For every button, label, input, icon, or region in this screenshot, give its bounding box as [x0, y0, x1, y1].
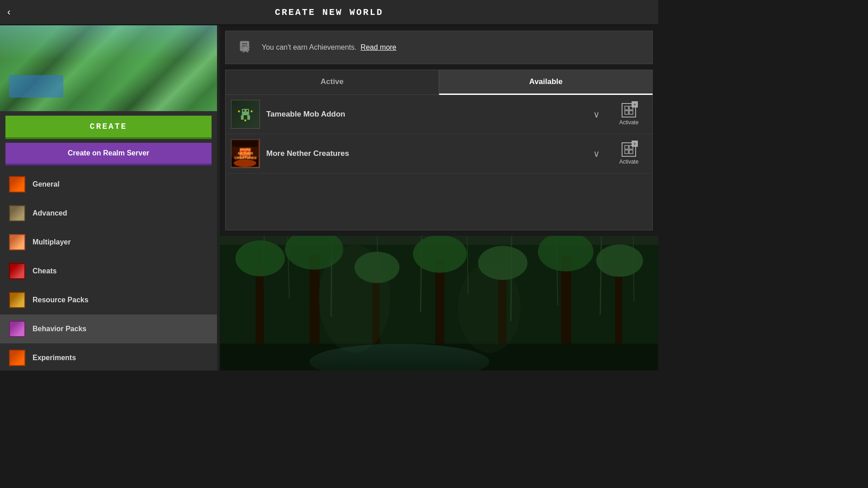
back-button[interactable]: ‹ — [7, 6, 10, 18]
sidebar-item-label: General — [33, 180, 60, 188]
svg-rect-1 — [242, 43, 247, 44]
svg-rect-8 — [246, 110, 248, 112]
world-preview — [0, 25, 217, 111]
activate-icon-tameable — [622, 103, 636, 117]
sidebar-item-label: Cheats — [33, 267, 57, 275]
sidebar-item-advanced[interactable]: Advanced — [0, 199, 217, 228]
page-title: CREATE NEW WORLD — [275, 7, 383, 18]
svg-rect-28 — [629, 150, 633, 154]
svg-point-18 — [234, 160, 256, 167]
sidebar-item-multiplayer[interactable]: Multiplayer — [0, 228, 217, 257]
sidebar-item-resource[interactable]: Resource Packs — [0, 286, 217, 314]
activate-icon-nether — [622, 142, 636, 157]
activate-label-tameable: Activate — [619, 119, 639, 126]
svg-rect-27 — [625, 150, 628, 154]
resource-icon — [9, 292, 25, 308]
sidebar-item-label: Resource Packs — [33, 296, 89, 304]
svg-rect-7 — [243, 110, 245, 112]
pack-thumb-tameable: ★ ★ ★ — [231, 100, 260, 129]
svg-rect-26 — [629, 145, 633, 149]
general-icon — [9, 176, 25, 192]
svg-rect-6 — [247, 115, 250, 120]
world-image — [0, 25, 217, 111]
read-more-link[interactable]: Read more — [361, 43, 396, 51]
svg-point-51 — [413, 236, 467, 273]
nav-list: General Advanced Multiplayer Cheats Reso… — [0, 170, 217, 371]
pack-thumb-nether: MORENETHERCREATURES — [231, 139, 260, 168]
svg-rect-24 — [232, 141, 258, 147]
tab-active[interactable]: Active — [225, 70, 439, 95]
main-layout: CREATE Create on Realm Server General Ad… — [0, 25, 658, 371]
pack-name-nether: More Nether Creatures — [266, 149, 582, 158]
multiplayer-icon — [9, 234, 25, 250]
achievement-banner: You can't earn Achievements. Read more — [225, 31, 653, 64]
page-header: ‹ CREATE NEW WORLD — [0, 0, 658, 25]
sidebar-item-cheats[interactable]: Cheats — [0, 257, 217, 286]
svg-rect-15 — [629, 111, 633, 114]
sidebar-item-label: Experiments — [33, 354, 76, 362]
expand-button-tameable[interactable]: ∨ — [589, 107, 604, 122]
activate-button-nether[interactable]: Activate — [611, 139, 647, 169]
sidebar-item-label: Behavior Packs — [33, 325, 86, 333]
svg-point-54 — [596, 244, 643, 277]
sidebar: CREATE Create on Realm Server General Ad… — [0, 25, 217, 371]
achievement-icon — [235, 38, 255, 57]
sidebar-item-experiments[interactable]: Experiments — [0, 343, 217, 371]
realm-button[interactable]: Create on Realm Server — [5, 143, 212, 165]
svg-text:★: ★ — [244, 118, 247, 122]
pack-item-nether: MORENETHERCREATURES More Nether Creature… — [226, 134, 652, 174]
cheats-icon — [9, 263, 25, 279]
pack-item-tameable: ★ ★ ★ Tameable Mob Addon ∨ — [226, 95, 652, 134]
activate-button-tameable[interactable]: Activate — [611, 99, 647, 129]
tab-available[interactable]: Available — [439, 70, 653, 95]
svg-point-58 — [458, 263, 521, 352]
right-panel: You can't earn Achievements. Read more A… — [220, 25, 658, 371]
pack-list: ★ ★ ★ Tameable Mob Addon ∨ — [225, 95, 653, 230]
nether-thumb-text: MORENETHERCREATURES — [234, 147, 256, 160]
svg-point-48 — [236, 240, 285, 277]
pack-name-tameable: Tameable Mob Addon — [266, 110, 582, 119]
svg-rect-12 — [625, 106, 628, 110]
experiments-icon — [9, 350, 25, 366]
behavior-icon — [9, 321, 25, 337]
tab-bar: Active Available — [225, 70, 653, 95]
sidebar-item-behavior[interactable]: Behavior Packs — [0, 314, 217, 343]
create-button[interactable]: CREATE — [5, 116, 212, 139]
sidebar-item-general[interactable]: General — [0, 170, 217, 199]
svg-rect-13 — [629, 106, 633, 110]
sidebar-item-label: Multiplayer — [33, 238, 71, 246]
sidebar-buttons: CREATE Create on Realm Server — [0, 111, 217, 170]
sidebar-item-label: Advanced — [33, 209, 67, 217]
expand-button-nether[interactable]: ∨ — [589, 146, 604, 161]
svg-rect-25 — [625, 145, 628, 149]
background-scene — [220, 236, 658, 371]
activate-label-nether: Activate — [619, 159, 639, 165]
advanced-icon — [9, 205, 25, 221]
svg-point-57 — [319, 245, 391, 353]
svg-text:★: ★ — [237, 109, 241, 113]
achievement-text: You can't earn Achievements. Read more — [262, 43, 396, 52]
svg-text:★: ★ — [250, 109, 253, 113]
svg-rect-14 — [625, 111, 628, 114]
